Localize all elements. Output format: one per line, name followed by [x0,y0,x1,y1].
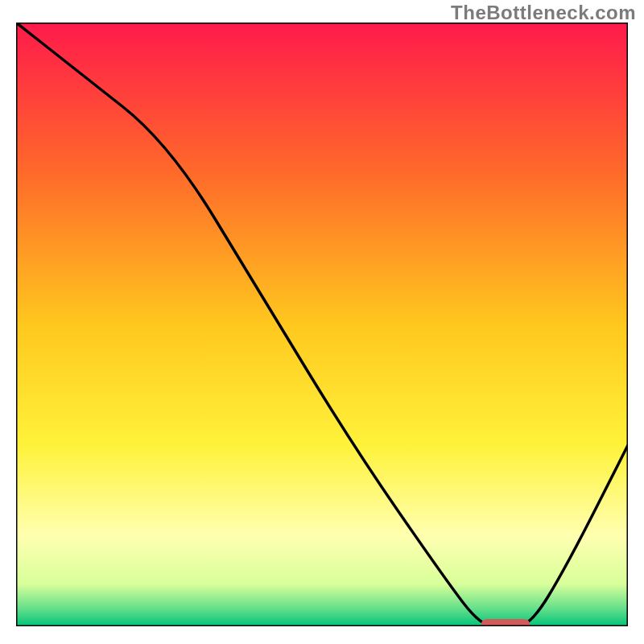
gradient-fill [16,23,628,626]
watermark-text: TheBottleneck.com [451,2,636,24]
chart-container: TheBottleneck.com [0,0,644,644]
plot-area [16,23,628,626]
chart-svg [16,23,628,626]
